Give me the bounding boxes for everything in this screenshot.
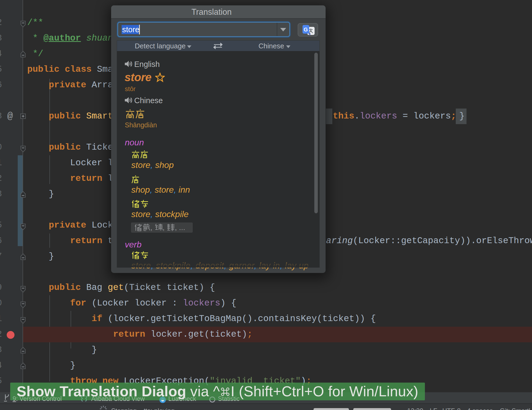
svg-text:G: G <box>304 27 308 33</box>
